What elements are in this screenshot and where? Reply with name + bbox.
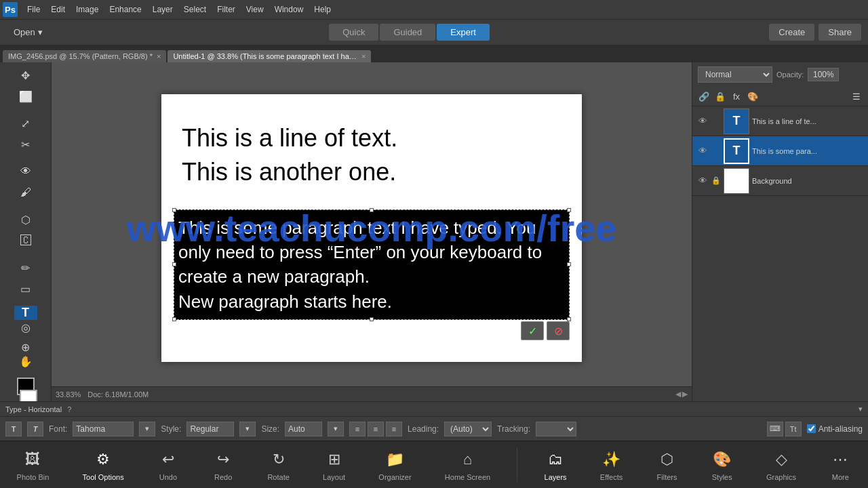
- doc-size: Doc: 6.18M/1.00M: [87, 390, 149, 399]
- layer-item-2[interactable]: 👁 🔒 Background: [692, 166, 868, 196]
- dock-layout[interactable]: ⊞ Layout: [316, 446, 352, 484]
- selection-tools: ✥ ⬜: [0, 65, 51, 106]
- font-size-dropdown-btn[interactable]: ▾: [328, 422, 344, 436]
- scroll-left[interactable]: ◀: [675, 390, 681, 399]
- menu-edit[interactable]: Edit: [45, 2, 71, 17]
- transform-tool[interactable]: ⤢: [14, 113, 37, 134]
- dock-graphics[interactable]: ◇ Graphics: [760, 446, 803, 484]
- tab-guided[interactable]: Guided: [380, 24, 435, 41]
- dock-layers[interactable]: 🗂 Layers: [538, 446, 574, 484]
- panel-menu-btn[interactable]: ☰: [849, 89, 864, 104]
- panel-fx-btn[interactable]: fx: [729, 89, 744, 104]
- align-center-btn[interactable]: ≡: [368, 422, 384, 436]
- font-family-input[interactable]: [73, 422, 134, 436]
- marquee-tool[interactable]: ⬜: [14, 86, 37, 106]
- pen-tool[interactable]: ✏: [14, 258, 37, 278]
- tracking-label: Tracking:: [497, 424, 530, 434]
- dock-organizer[interactable]: 📁 Organizer: [372, 446, 418, 484]
- toolbar-right: Create Share: [769, 24, 861, 41]
- menu-layer[interactable]: Layer: [147, 2, 178, 17]
- dock-styles[interactable]: 🎨 Styles: [705, 446, 740, 484]
- hand-tool[interactable]: ✋: [14, 355, 37, 368]
- blur-tool[interactable]: ◎: [14, 321, 37, 334]
- layer-item-0[interactable]: 👁 T This is a line of te...: [692, 106, 868, 136]
- tracking-select[interactable]: [536, 422, 576, 436]
- create-button[interactable]: Create: [769, 24, 814, 41]
- dock-tool-options[interactable]: ⚙ Tool Options: [76, 446, 131, 484]
- panel-lock-btn[interactable]: 🔒: [713, 89, 728, 104]
- options-expand[interactable]: ▾: [859, 405, 863, 413]
- eraser-tool[interactable]: ⬡: [14, 209, 37, 230]
- font-style-input[interactable]: [186, 422, 234, 436]
- eyedropper-tool[interactable]: 👁: [14, 161, 37, 182]
- scroll-right[interactable]: ▶: [682, 390, 688, 399]
- help-icon[interactable]: ?: [67, 405, 71, 413]
- type-mode-label: Type - Horizontal: [5, 405, 62, 413]
- open-button[interactable]: Open ▾: [7, 24, 50, 40]
- font-size-input[interactable]: [285, 422, 322, 436]
- menu-enhance[interactable]: Enhance: [104, 2, 146, 17]
- warp-text-btn[interactable]: ⌨: [767, 422, 783, 436]
- panel-link-btn[interactable]: 🔗: [696, 89, 711, 104]
- align-left-btn[interactable]: ≡: [349, 422, 366, 436]
- move-tool[interactable]: ✥: [14, 65, 37, 85]
- type-style-btn[interactable]: T: [27, 422, 43, 436]
- layer-lock-0: [711, 117, 721, 126]
- text-layer-active[interactable]: This is some paragraph text I have typed…: [174, 209, 570, 321]
- menu-image[interactable]: Image: [71, 2, 104, 17]
- shape-tool[interactable]: ▭: [14, 279, 37, 299]
- background-color[interactable]: [20, 390, 37, 401]
- crop-tool[interactable]: ✂: [14, 134, 37, 155]
- layer-eye-0[interactable]: 👁: [696, 115, 709, 127]
- leading-select[interactable]: (Auto): [444, 422, 492, 436]
- panel-header: Normal Opacity:: [692, 62, 868, 87]
- layer-eye-1[interactable]: 👁: [696, 145, 709, 157]
- clone-tool[interactable]: 🄲: [14, 230, 37, 251]
- menu-select[interactable]: Select: [178, 2, 212, 17]
- tab-quick[interactable]: Quick: [329, 24, 378, 41]
- cancel-button[interactable]: ⊘: [547, 321, 570, 340]
- dock-photo-bin[interactable]: 🖼 Photo Bin: [10, 446, 56, 484]
- menu-window[interactable]: Window: [269, 2, 309, 17]
- text-transform-btn[interactable]: Tt: [785, 422, 802, 436]
- filters-icon: ⬡: [656, 449, 678, 470]
- dock-effects[interactable]: ✨ Effects: [593, 446, 629, 484]
- color-swatches: [14, 378, 37, 401]
- layer-item-1[interactable]: 👁 T This is some para...: [692, 136, 868, 166]
- dock-filters[interactable]: ⬡ Filters: [650, 446, 685, 484]
- doc-tab-1[interactable]: Untitled-1 @ 33.8% (This is some paragra…: [167, 50, 371, 62]
- menu-help[interactable]: Help: [309, 2, 336, 17]
- view-tools: 👁 🖌: [0, 161, 51, 203]
- tab-close-0[interactable]: ×: [157, 52, 161, 60]
- brush-tool[interactable]: 🖌: [14, 182, 37, 203]
- type-horizontal-btn[interactable]: T: [5, 422, 22, 436]
- anti-alias-checkbox[interactable]: [807, 424, 816, 433]
- font-dropdown-btn[interactable]: ▾: [139, 422, 155, 436]
- doc-tab-0[interactable]: IMG_2456.psd @ 15.7% (Pattern, RGB/8) * …: [3, 50, 166, 62]
- opacity-input[interactable]: [808, 68, 839, 81]
- blend-mode-select[interactable]: Normal: [698, 66, 772, 83]
- layer-eye-2[interactable]: 👁: [696, 175, 709, 187]
- menu-file[interactable]: File: [22, 2, 45, 17]
- layer-lock-2: 🔒: [711, 176, 721, 186]
- share-button[interactable]: Share: [818, 24, 861, 41]
- confirm-button[interactable]: ✓: [521, 321, 544, 340]
- dock-rotate[interactable]: ↻ Rotate: [260, 446, 296, 484]
- paragraph-text-box[interactable]: This is some paragraph text I have typed…: [174, 209, 570, 321]
- layer-thumb-2: [724, 168, 749, 194]
- menu-filter[interactable]: Filter: [212, 2, 241, 17]
- text-tool[interactable]: T: [14, 306, 37, 320]
- dock-home-screen[interactable]: ⌂ Home Screen: [438, 446, 497, 484]
- tab-close-1[interactable]: ×: [361, 52, 366, 60]
- menu-view[interactable]: View: [241, 2, 269, 17]
- panel-color-btn[interactable]: 🎨: [745, 89, 760, 104]
- align-right-btn[interactable]: ≡: [386, 422, 402, 436]
- dock-more[interactable]: ⋯ More: [823, 446, 858, 484]
- font-size-label: Size:: [261, 424, 279, 434]
- dock-undo[interactable]: ↩ Undo: [151, 446, 186, 484]
- zoom-tool[interactable]: ⊕: [14, 341, 37, 354]
- canvas-scroll[interactable]: This is a line of text. This is another …: [52, 62, 692, 386]
- dock-redo[interactable]: ↪ Redo: [205, 446, 241, 484]
- tab-expert[interactable]: Expert: [437, 24, 490, 41]
- font-style-dropdown-btn[interactable]: ▾: [239, 422, 256, 436]
